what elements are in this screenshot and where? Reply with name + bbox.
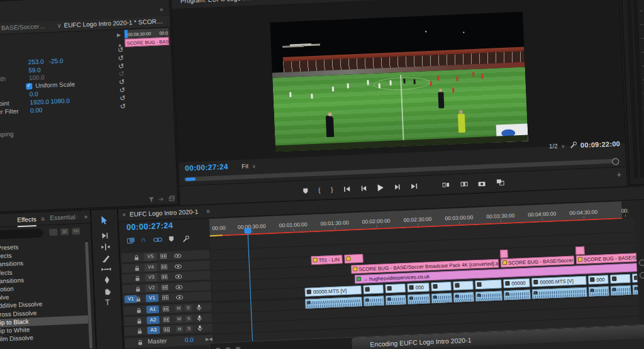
track-target-v2[interactable]: V2	[145, 284, 158, 292]
selection-tool[interactable]	[100, 216, 109, 225]
voiceover-record-icon[interactable]	[197, 325, 203, 331]
go-to-out-icon[interactable]	[411, 183, 418, 189]
track-lock-icon[interactable]	[136, 307, 142, 313]
track-target-v5[interactable]: V5	[144, 253, 157, 261]
solo-button[interactable]: S	[184, 305, 191, 311]
sync-lock-icon[interactable]	[162, 295, 169, 300]
reset-parameter-icon[interactable]: ↺	[119, 79, 125, 86]
voiceover-record-icon[interactable]	[197, 314, 202, 321]
sync-lock-icon[interactable]	[161, 264, 167, 269]
effect-value-1[interactable]: 100.0	[29, 74, 45, 82]
clip-a1-2[interactable]	[386, 294, 406, 304]
settings-wrench-icon[interactable]	[570, 141, 578, 149]
effects-overflow-chevron[interactable]: »	[84, 213, 87, 220]
clip-a1-7[interactable]	[504, 289, 531, 300]
toggle-track-output-icon[interactable]	[174, 253, 181, 258]
mute-button[interactable]: M	[176, 326, 183, 332]
mute-button[interactable]: M	[175, 316, 182, 322]
toggle-track-output-icon[interactable]	[176, 295, 183, 299]
track-lock-icon[interactable]	[135, 265, 140, 271]
toggle-track-output-icon[interactable]	[175, 285, 182, 289]
track-select-forward-tool[interactable]	[100, 232, 109, 240]
window-zoom-button[interactable]	[235, 346, 240, 349]
vertical-scroll-knob-bottom[interactable]	[640, 272, 644, 279]
clip-v1-4[interactable]	[431, 281, 452, 291]
track-lock-icon[interactable]	[135, 275, 140, 281]
play-around-icon[interactable]	[158, 196, 165, 202]
track-target-v1[interactable]: V1	[146, 294, 158, 302]
tab-effects-menu-icon[interactable]: ≡	[41, 215, 45, 223]
track-target-v3[interactable]: V3	[145, 274, 157, 282]
hand-tool[interactable]	[103, 287, 112, 296]
tab-essential-graphics[interactable]: Essential Gr	[50, 213, 77, 222]
step-back-icon[interactable]	[360, 185, 367, 191]
pen-tool[interactable]	[103, 276, 111, 284]
effect-value-1[interactable]: 1920.0	[30, 98, 49, 106]
voiceover-record-icon[interactable]	[196, 304, 201, 311]
solo-button[interactable]: S	[185, 315, 192, 321]
effect-value-1[interactable]: 253.0	[28, 58, 44, 66]
export-frame-camera-icon[interactable]	[478, 180, 486, 187]
playhead-head[interactable]	[244, 228, 251, 233]
track-lock-icon[interactable]	[134, 255, 139, 260]
mark-out-icon[interactable]: }	[331, 186, 333, 193]
32bit-effects-badge[interactable]: 32	[60, 228, 69, 236]
clip-v1-7[interactable]: 00000	[503, 278, 530, 288]
toggle-track-output-icon[interactable]	[175, 264, 182, 269]
zoom-level-select[interactable]: Fit ∨	[242, 162, 256, 171]
tab-effects[interactable]: Effects	[17, 216, 36, 227]
clip-v1-3[interactable]: 000	[407, 282, 430, 292]
sync-lock-icon[interactable]	[160, 253, 167, 258]
program-current-timecode[interactable]: 00:00:27:24	[185, 163, 228, 172]
clip-v1-1[interactable]	[363, 284, 384, 294]
play-icon[interactable]	[377, 184, 384, 191]
clip-a1-10[interactable]	[611, 285, 631, 295]
razor-tool[interactable]	[102, 255, 111, 263]
step-forward-icon[interactable]	[394, 184, 401, 190]
vertical-scroll-knob-top[interactable]	[639, 260, 644, 266]
track-lock-icon[interactable]	[138, 340, 143, 345]
track-lock-icon[interactable]	[137, 328, 142, 334]
clip-v1-2[interactable]	[385, 283, 406, 292]
sync-lock-icon[interactable]	[164, 327, 170, 332]
lift-icon[interactable]	[442, 182, 450, 189]
clip-v3-2[interactable]: SCORE BUG - BASE/Soccer Broadcast Pack 4…	[576, 249, 641, 264]
effect-value-1[interactable]: 59.0	[28, 66, 41, 74]
panel-menu-icon[interactable]: ≡	[282, 0, 286, 1]
clip-v1-10[interactable]	[610, 274, 631, 283]
clip-a1-1[interactable]	[364, 296, 384, 306]
effect-value-2[interactable]: -25.0	[48, 57, 63, 65]
yuv-effects-badge[interactable]: YU	[72, 228, 80, 235]
sync-lock-icon[interactable]	[161, 274, 167, 279]
effect-value-1[interactable]: 0.0	[30, 91, 38, 99]
effect-label[interactable]: Anti-flicker Filter	[0, 108, 19, 117]
clip-a1-5[interactable]	[453, 292, 474, 302]
comparison-view-icon[interactable]	[496, 179, 504, 186]
uniform-scale-checkbox[interactable]: ✓	[26, 83, 32, 89]
clip-a1-6[interactable]	[475, 291, 502, 301]
add-marker-icon[interactable]	[303, 187, 308, 194]
extract-icon[interactable]	[460, 180, 468, 187]
button-editor-plus[interactable]: +	[616, 171, 621, 179]
master-gain-value[interactable]: 0.0	[185, 336, 194, 344]
solo-button[interactable]: S	[186, 326, 192, 332]
track-target-a1[interactable]: A1	[146, 306, 158, 314]
clip-a1-4[interactable]	[431, 292, 452, 302]
reset-parameter-icon[interactable]: ↺	[118, 55, 124, 62]
playback-resolution-select[interactable]: 1/2 ∨	[549, 142, 565, 151]
accelerated-effects-badge[interactable]	[49, 229, 57, 236]
clip-v1-6[interactable]	[475, 279, 502, 289]
clip-v4-stub-0[interactable]	[500, 250, 508, 258]
track-target-v4[interactable]: V4	[145, 263, 157, 271]
reset-parameter-icon[interactable]: ↺	[118, 47, 124, 53]
reset-parameter-icon[interactable]: ↺	[119, 87, 126, 94]
slip-tool[interactable]	[101, 266, 111, 273]
effects-search-input[interactable]	[0, 229, 43, 240]
clip-v4-1[interactable]	[344, 254, 364, 263]
go-to-in-icon[interactable]	[343, 186, 350, 192]
mark-in-icon[interactable]: {	[318, 187, 321, 194]
track-lock-icon[interactable]	[136, 296, 141, 302]
track-lock-icon[interactable]	[135, 285, 140, 291]
clip-a1-9[interactable]	[589, 286, 609, 296]
reset-parameter-icon[interactable]: ↺	[118, 62, 125, 69]
